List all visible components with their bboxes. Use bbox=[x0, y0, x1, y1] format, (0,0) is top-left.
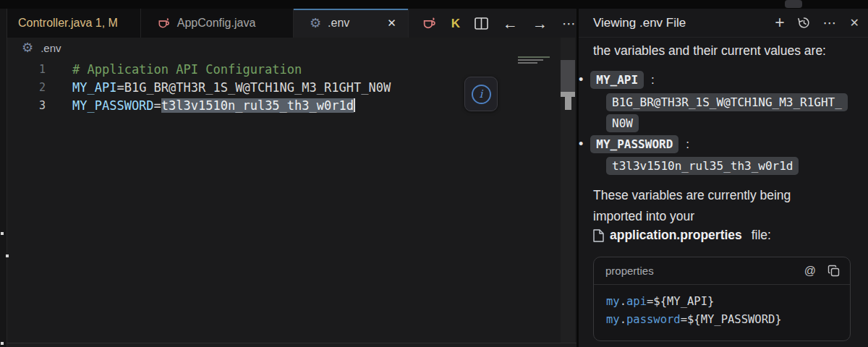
mention-icon[interactable]: @ bbox=[804, 265, 816, 278]
tab-env-active[interactable]: ⚙ .env ✕ bbox=[294, 9, 409, 38]
properties-code-line: my.password=${MY_PASSWORD} bbox=[606, 311, 850, 329]
scrollbar-cursor-marker-stem bbox=[565, 97, 571, 110]
new-chat-icon[interactable]: + bbox=[775, 14, 784, 31]
colon-text: : bbox=[686, 137, 689, 152]
bullet-icon: • bbox=[579, 137, 583, 152]
editor-toolbar: K ← → ⋯ bbox=[409, 9, 576, 38]
navigate-back-icon[interactable]: ← bbox=[503, 16, 518, 31]
code-block-header: properties @ bbox=[594, 257, 850, 285]
java-cup-icon bbox=[157, 17, 171, 30]
file-suffix-text: file: bbox=[748, 228, 771, 243]
panel-close-icon[interactable]: ✕ bbox=[850, 16, 859, 30]
panel-more-icon[interactable]: ⋯ bbox=[823, 14, 838, 31]
tab-label: Controller.java bbox=[18, 17, 92, 30]
line-number: 1 bbox=[7, 61, 46, 79]
variable-value-chip: B1G_BR@TH3R_1S_W@TCH1NG_M3_R1GHT_ bbox=[606, 93, 848, 111]
variable-list-item: • MY_PASSWORD : bbox=[579, 135, 689, 153]
info-icon: i bbox=[472, 85, 491, 104]
line-number: 3 bbox=[7, 97, 46, 115]
colon-text: : bbox=[651, 73, 655, 87]
code-language-label: properties bbox=[605, 265, 654, 277]
variable-value-chip: N0W bbox=[606, 114, 639, 132]
code-line[interactable]: 3 MY_PASSWORD=t3l3v1510n_rul35_th3_w0r1d bbox=[7, 97, 391, 115]
code-line[interactable]: 2 MY_API=B1G_BR@TH3R_1S_W@TCH1NG_M3_R1GH… bbox=[7, 79, 391, 97]
editor-bottom-strip bbox=[0, 343, 576, 347]
tab-controller-java[interactable]: Controller.java 1, M bbox=[0, 9, 141, 38]
tab-modified-badge: 1, M bbox=[92, 17, 118, 30]
copy-icon[interactable] bbox=[827, 265, 840, 277]
equals-token: = bbox=[154, 98, 161, 113]
file-name-text: application.properties bbox=[610, 228, 742, 243]
file-reference[interactable]: application.properties file: bbox=[593, 228, 771, 243]
code-line[interactable]: 1 # Application API Configuration bbox=[7, 61, 391, 79]
code-block-card: properties @ my.api=${MY_API} my.passwor… bbox=[593, 257, 851, 341]
selected-env-value-token: t3l3v1510n_rul35_th3_w0r1d bbox=[161, 98, 354, 113]
close-tab-icon[interactable]: ✕ bbox=[387, 17, 396, 30]
comment-token: # Application API Configuration bbox=[72, 61, 302, 79]
variable-name-chip: MY_PASSWORD bbox=[590, 135, 678, 153]
properties-code-line: my.api=${MY_API} bbox=[606, 293, 850, 311]
editor-group: Controller.java 1, M AppConfig.java ⚙ .e… bbox=[0, 9, 576, 347]
window-left-edge bbox=[0, 9, 7, 347]
scrollbar-thumb[interactable] bbox=[561, 60, 575, 92]
gear-file-icon: ⚙ bbox=[310, 17, 321, 30]
breadcrumb[interactable]: ⚙ .env bbox=[22, 41, 61, 54]
panel-drag-handle[interactable] bbox=[785, 0, 802, 8]
scrollbar-cursor-marker bbox=[561, 92, 575, 97]
edge-marker-dot bbox=[6, 254, 9, 257]
variable-list-item: • MY_API : bbox=[579, 71, 655, 89]
assistant-intro-text: the variables and their current values a… bbox=[593, 43, 826, 59]
panel-header: Viewing .env File + ⋯ ✕ bbox=[579, 9, 868, 38]
file-icon bbox=[593, 229, 604, 242]
more-actions-icon[interactable]: ⋯ bbox=[562, 17, 576, 30]
line-number: 2 bbox=[7, 79, 46, 97]
env-value-token: B1G_BR@TH3R_1S_W@TCH1NG_M3_R1GHT_N0W bbox=[124, 80, 391, 95]
ide-window: Controller.java 1, M AppConfig.java ⚙ .e… bbox=[0, 0, 868, 347]
split-editor-icon[interactable] bbox=[475, 17, 488, 30]
inline-info-button[interactable]: i bbox=[464, 77, 498, 111]
variable-value-chip: t3l3v1510n_rul35_th3_w0r1d bbox=[606, 157, 799, 175]
env-key-token: MY_API bbox=[72, 80, 116, 95]
kotlin-icon[interactable]: K bbox=[451, 17, 460, 30]
edge-marker-dot bbox=[1, 342, 4, 345]
editor-tab-bar: Controller.java 1, M AppConfig.java ⚙ .e… bbox=[0, 9, 576, 38]
panel-title: Viewing .env File bbox=[593, 16, 686, 30]
edge-marker-dot bbox=[1, 232, 4, 235]
equals-token: = bbox=[116, 80, 124, 95]
code-block-body[interactable]: my.api=${MY_API} my.password=${MY_PASSWO… bbox=[594, 285, 850, 329]
gear-file-icon: ⚙ bbox=[22, 41, 33, 54]
editor-scrollbar[interactable] bbox=[561, 38, 575, 343]
code-lines: 1 # Application API Configuration 2 MY_A… bbox=[7, 61, 391, 115]
text-cursor bbox=[354, 98, 355, 112]
tab-label: AppConfig.java bbox=[177, 17, 256, 30]
tab-label: .env bbox=[328, 17, 349, 30]
env-key-token: MY_PASSWORD bbox=[72, 98, 154, 113]
bullet-icon: • bbox=[579, 72, 583, 87]
assistant-panel: Viewing .env File + ⋯ ✕ the variables an… bbox=[579, 9, 868, 347]
code-editor[interactable]: ⚙ .env 1 # Application API Configuration… bbox=[0, 38, 576, 347]
window-top-strip bbox=[0, 0, 868, 9]
tab-appconfig-java[interactable]: AppConfig.java bbox=[141, 9, 294, 38]
variable-name-chip: MY_API bbox=[590, 71, 644, 89]
assistant-body-text: These variables are currently being impo… bbox=[593, 185, 791, 227]
history-icon[interactable] bbox=[797, 16, 811, 30]
navigate-forward-icon[interactable]: → bbox=[532, 16, 548, 31]
java-run-icon[interactable] bbox=[422, 16, 437, 31]
minimap[interactable] bbox=[518, 56, 550, 67]
breadcrumb-filename: .env bbox=[41, 42, 61, 54]
